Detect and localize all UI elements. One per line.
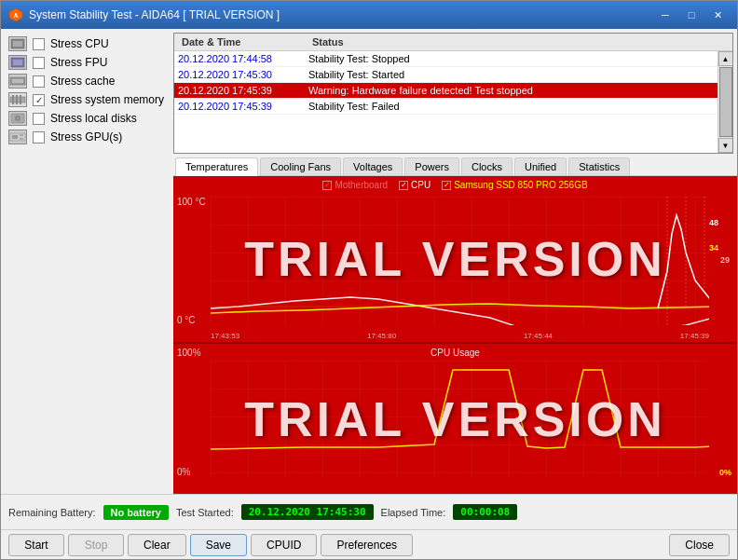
main-area: Date & Time Status 20.12.2020 17:44:58 S… (173, 29, 737, 494)
main-window: A System Stability Test - AIDA64 [ TRIAL… (0, 0, 738, 560)
sidebar: Stress CPU Stress FPU (1, 29, 173, 494)
svg-rect-11 (20, 95, 21, 104)
svg-point-14 (17, 117, 19, 119)
sidebar-item-stress-cache[interactable]: Stress cache (8, 74, 166, 89)
ssd-label: Samsung SSD 850 PRO 256GB (454, 180, 587, 190)
maximize-button[interactable]: □ (679, 6, 704, 24)
svg-rect-3 (13, 41, 22, 47)
svg-rect-10 (16, 95, 18, 104)
time-label-4: 17:45:39 (680, 332, 709, 340)
cache-icon (8, 74, 27, 89)
svg-rect-19 (211, 197, 709, 325)
tab-clocks[interactable]: Clocks (461, 157, 512, 175)
log-row[interactable]: 20.12.2020 17:44:58 Stability Test: Stop… (174, 51, 718, 67)
log-row-selected[interactable]: 20.12.2020 17:45:39 Warning: Hardware fa… (174, 83, 718, 99)
log-row[interactable]: 20.12.2020 17:45:30 Stability Test: Star… (174, 67, 718, 83)
log-scrollbar[interactable]: ▲ ▼ (718, 51, 732, 153)
svg-rect-5 (13, 60, 22, 65)
log-header: Date & Time Status (174, 34, 732, 51)
log-date-1: 20.12.2020 17:44:58 (178, 53, 308, 64)
gpu-icon (8, 130, 27, 144)
cpuid-button[interactable]: CPUID (251, 534, 317, 556)
cpu-legend-checkbox[interactable] (399, 181, 408, 190)
stress-fpu-label: Stress FPU (50, 56, 107, 69)
time-label-2: 17:45:80 (367, 332, 396, 340)
stress-memory-checkbox[interactable] (33, 94, 45, 106)
cpu-icon (8, 36, 27, 51)
log-status-3: Warning: Hardware failure detected! Test… (308, 85, 714, 96)
cpu-y-max: 100% (177, 348, 201, 358)
svg-rect-18 (20, 138, 23, 140)
log-status-1: Stability Test: Stopped (308, 53, 714, 64)
tab-powers[interactable]: Powers (404, 157, 459, 175)
save-button[interactable]: Save (190, 534, 247, 556)
stress-cache-checkbox[interactable] (33, 75, 45, 88)
stress-gpu-checkbox[interactable] (33, 131, 45, 143)
elapsed-value: 00:00:08 (453, 504, 517, 520)
tab-bar: Temperatures Cooling Fans Voltages Power… (173, 154, 737, 176)
time-label-1: 17:43:53 (211, 332, 239, 340)
cpu-y-min: 0% (177, 467, 190, 477)
time-label-3: 17:45:44 (524, 332, 553, 340)
stop-button[interactable]: Stop (68, 534, 124, 556)
sidebar-item-stress-memory[interactable]: Stress system memory (8, 92, 166, 107)
sidebar-item-stress-gpu[interactable]: Stress GPU(s) (8, 130, 166, 144)
charts-area: Motherboard CPU Samsung SSD 850 PRO 256G… (173, 176, 737, 494)
tab-unified[interactable]: Unified (514, 157, 567, 175)
stress-disks-label: Stress local disks (50, 112, 137, 125)
tab-statistics[interactable]: Statistics (568, 157, 630, 175)
log-date-3: 20.12.2020 17:45:39 (178, 85, 308, 96)
clear-button[interactable]: Clear (128, 534, 186, 556)
battery-label: Remaining Battery: (8, 507, 96, 518)
tab-voltages[interactable]: Voltages (343, 157, 403, 175)
minimize-button[interactable]: ─ (653, 6, 677, 24)
log-row[interactable]: 20.12.2020 17:45:39 Stability Test: Fail… (174, 99, 718, 115)
stress-gpu-label: Stress GPU(s) (50, 130, 122, 143)
svg-rect-9 (12, 95, 14, 104)
motherboard-checkbox[interactable] (322, 181, 332, 190)
stress-cpu-checkbox[interactable] (33, 38, 45, 50)
svg-rect-7 (12, 79, 23, 83)
status-bar: Remaining Battery: No battery Test Start… (1, 494, 737, 529)
fpu-icon (8, 55, 27, 70)
scroll-down-arrow[interactable]: ▼ (718, 138, 733, 153)
elapsed-label: Elapsed Time: (381, 507, 446, 518)
sidebar-item-stress-disks[interactable]: Stress local disks (8, 111, 166, 126)
titlebar-controls: ─ □ ✕ (653, 6, 730, 24)
preferences-button[interactable]: Preferences (321, 534, 413, 556)
close-button[interactable]: Close (669, 534, 730, 556)
ssd-checkbox[interactable] (442, 181, 451, 190)
stress-cache-label: Stress cache (50, 75, 115, 88)
sidebar-item-stress-fpu[interactable]: Stress FPU (8, 55, 166, 70)
cpu-chart-svg (211, 361, 709, 477)
window-title: System Stability Test - AIDA64 [ TRIAL V… (29, 8, 280, 21)
tab-cooling-fans[interactable]: Cooling Fans (260, 157, 341, 175)
log-col-date-header: Date & Time (178, 35, 308, 48)
time-labels: 17:43:53 17:45:80 17:45:44 17:45:39 (211, 332, 709, 340)
sidebar-item-stress-cpu[interactable]: Stress CPU (8, 36, 166, 51)
tab-temperatures[interactable]: Temperatures (175, 157, 258, 176)
temp-y-max: 100 °C (177, 197, 206, 207)
scroll-thumb[interactable] (719, 67, 732, 137)
titlebar-left: A System Stability Test - AIDA64 [ TRIAL… (8, 7, 280, 22)
cpu-usage-chart: CPU Usage 100% 0% TRIAL VERSION (173, 344, 737, 494)
chart-legend: Motherboard CPU Samsung SSD 850 PRO 256G… (173, 180, 737, 190)
svg-rect-17 (20, 134, 23, 136)
log-col-status-header: Status (308, 35, 729, 48)
stress-memory-label: Stress system memory (50, 93, 164, 106)
cpu-usage-title: CPU Usage (173, 348, 737, 358)
stress-disks-checkbox[interactable] (33, 113, 45, 125)
stress-fpu-checkbox[interactable] (33, 57, 45, 69)
log-status-2: Stability Test: Started (308, 69, 714, 80)
content-area: Stress CPU Stress FPU (1, 29, 737, 494)
log-rows-area: 20.12.2020 17:44:58 Stability Test: Stop… (174, 51, 718, 153)
temp-chart-svg (211, 197, 709, 325)
app-icon: A (8, 7, 23, 22)
start-button[interactable]: Start (8, 534, 64, 556)
log-date-4: 20.12.2020 17:45:39 (178, 101, 308, 112)
close-window-button[interactable]: ✕ (705, 6, 730, 24)
temperature-chart: Motherboard CPU Samsung SSD 850 PRO 256G… (173, 176, 737, 344)
titlebar: A System Stability Test - AIDA64 [ TRIAL… (1, 1, 737, 29)
battery-value: No battery (103, 505, 169, 520)
scroll-up-arrow[interactable]: ▲ (718, 51, 733, 66)
